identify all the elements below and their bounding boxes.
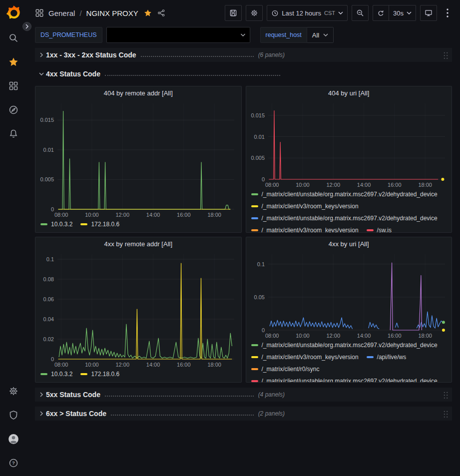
- sidebar-help-button[interactable]: ?: [3, 453, 23, 473]
- legend-item[interactable]: /_matrix/client/v3/room_keys/version: [251, 225, 359, 232]
- legend-color-marker: [251, 356, 258, 358]
- legend-item[interactable]: /sw.js: [367, 225, 392, 232]
- row-panel-count: (2 panels): [258, 410, 285, 417]
- legend-item[interactable]: /_matrix/client/unstable/org.matrix.msc2…: [251, 376, 438, 382]
- svg-text:08:00: 08:00: [265, 182, 279, 188]
- dashboard-settings-button[interactable]: [246, 5, 263, 21]
- legend-item[interactable]: /_matrix/client/v3/room_keys/version: [251, 352, 359, 362]
- sidebar-starred-button[interactable]: [3, 52, 23, 72]
- row-header-1xx-3xx-2xx[interactable]: 1xx - 3xx - 2xx Status Code (6 panels): [35, 48, 452, 62]
- panel-title[interactable]: 404 by uri [All]: [246, 86, 452, 99]
- panel-title[interactable]: 4xx by uri [All]: [246, 237, 452, 250]
- legend-item[interactable]: 172.18.0.6: [80, 369, 119, 379]
- panel-404-by-remote-addr: 404 by remote addr [All] 00.0050.010.015…: [35, 86, 242, 233]
- legend-item[interactable]: /_matrix/client/v3/room_keys/version: [251, 201, 359, 211]
- series-line: [58, 111, 231, 210]
- sidebar-alerting-button[interactable]: [3, 124, 23, 144]
- sidebar-explore-button[interactable]: [3, 100, 23, 120]
- legend-item[interactable]: /_matrix/client/unstable/org.matrix.msc2…: [251, 189, 438, 199]
- series-line: [390, 263, 422, 330]
- legend-item[interactable]: /_matrix/client/unstable/org.matrix.msc2…: [251, 213, 438, 223]
- row-dotted-leader: [105, 75, 280, 76]
- panel-4xx-by-remote-addr: 4xx by remote addr [All] 00.020.040.060.…: [35, 237, 242, 383]
- sidebar-dashboards-button[interactable]: [3, 76, 23, 96]
- svg-text:16:00: 16:00: [388, 182, 402, 188]
- monitor-icon: [425, 9, 433, 17]
- panel-title[interactable]: 404 by remote addr [All]: [35, 86, 241, 99]
- save-dashboard-button[interactable]: [225, 5, 242, 21]
- svg-text:0.015: 0.015: [40, 117, 54, 123]
- row-expanded-chevron-icon: [37, 72, 46, 76]
- svg-text:12:00: 12:00: [115, 362, 129, 368]
- zoom-out-time-button[interactable]: [352, 5, 369, 21]
- row-header-6xx[interactable]: 6xx > Status Code (2 panels): [35, 407, 452, 421]
- variable-value-ds-prometheus-dropdown[interactable]: [106, 27, 250, 43]
- variable-request-host: request_host All: [260, 27, 334, 43]
- legend-color-marker: [80, 223, 87, 225]
- sidebar-bottom-nav: ?: [3, 381, 23, 473]
- chart-canvas[interactable]: 00.0050.010.01508:0010:0012:0014:0016:00…: [248, 99, 450, 188]
- chevron-down-icon: [407, 11, 412, 15]
- gear-icon: [250, 9, 258, 17]
- time-range-picker-button[interactable]: Last 12 hours CST: [267, 5, 348, 21]
- legend-series-name: 172.18.0.6: [91, 221, 119, 228]
- refresh-dashboard-button[interactable]: [373, 5, 389, 21]
- svg-text:18:00: 18:00: [418, 333, 432, 339]
- time-series-chart: 00.020.040.060.080.108:0010:0012:0014:00…: [37, 250, 239, 368]
- chart-canvas[interactable]: 00.020.040.060.080.108:0010:0012:0014:00…: [37, 250, 239, 368]
- refresh-interval-button[interactable]: 30s: [389, 5, 416, 21]
- variable-value-request-host-dropdown[interactable]: All: [307, 27, 334, 43]
- variable-request-host-selected: All: [312, 31, 319, 39]
- series-end-dot: [442, 321, 445, 324]
- row-drag-handle[interactable]: [443, 391, 448, 399]
- variables-bar: DS_PROMETHEUS request_host All: [27, 26, 460, 44]
- row-header-5xx[interactable]: 5xx Status Code (4 panels): [35, 388, 452, 402]
- svg-text:14:00: 14:00: [357, 333, 371, 339]
- row-header-4xx[interactable]: 4xx Status Code: [35, 67, 452, 81]
- legend-color-marker: [367, 229, 374, 231]
- favorite-star-button[interactable]: [144, 9, 152, 17]
- chevron-down-icon: [338, 11, 343, 15]
- legend-color-marker: [251, 368, 258, 370]
- share-dashboard-button[interactable]: [157, 9, 165, 17]
- chevron-down-icon: [240, 33, 246, 37]
- sidebar-search-button[interactable]: [3, 28, 23, 48]
- time-zone-label: CST: [324, 10, 335, 16]
- chart-canvas[interactable]: 00.0050.010.01508:0010:0012:0014:0016:00…: [37, 99, 239, 218]
- legend-color-marker: [251, 229, 258, 231]
- sidebar-configuration-button[interactable]: [3, 381, 23, 401]
- breadcrumb-section[interactable]: General: [48, 9, 75, 17]
- breadcrumb: General / NGINX PROXY: [35, 8, 165, 17]
- legend-series-name: 10.0.3.2: [51, 371, 72, 378]
- chevron-right-icon: [25, 24, 29, 29]
- grafana-logo[interactable]: [6, 5, 21, 20]
- panel-title[interactable]: 4xx by remote addr [All]: [35, 237, 241, 250]
- sidebar-expand-button[interactable]: [22, 22, 31, 31]
- svg-text:14:00: 14:00: [357, 182, 371, 188]
- legend-item[interactable]: /_matrix/client/r0/sync: [251, 364, 320, 374]
- kebab-menu-button[interactable]: [441, 5, 454, 21]
- row-drag-handle[interactable]: [443, 51, 448, 59]
- sidebar: ?: [0, 0, 27, 476]
- legend-item[interactable]: /_matrix/client/unstable/org.matrix.msc2…: [251, 340, 438, 350]
- clock-icon: [271, 9, 279, 17]
- svg-text:0.005: 0.005: [40, 176, 54, 182]
- row-drag-handle[interactable]: [443, 410, 448, 418]
- compass-icon: [8, 105, 18, 115]
- legend-color-marker: [251, 205, 258, 207]
- tv-mode-button[interactable]: [420, 5, 437, 21]
- series-line: [270, 312, 443, 329]
- share-icon: [157, 9, 165, 17]
- refresh-icon: [377, 9, 385, 17]
- sidebar-user-avatar-button[interactable]: [3, 429, 23, 449]
- sidebar-server-admin-button[interactable]: [3, 405, 23, 425]
- legend-item[interactable]: 172.18.0.6: [80, 219, 119, 229]
- shield-icon: [8, 410, 18, 420]
- search-icon: [8, 33, 18, 43]
- chart-canvas[interactable]: 00.050.108:0010:0012:0014:0016:0018:00: [248, 250, 450, 339]
- legend-item[interactable]: 10.0.3.2: [40, 219, 72, 229]
- legend-item[interactable]: /api/live/ws: [367, 352, 407, 362]
- svg-text:12:00: 12:00: [326, 182, 340, 188]
- legend-item[interactable]: 10.0.3.2: [40, 369, 72, 379]
- svg-text:16:00: 16:00: [177, 212, 191, 218]
